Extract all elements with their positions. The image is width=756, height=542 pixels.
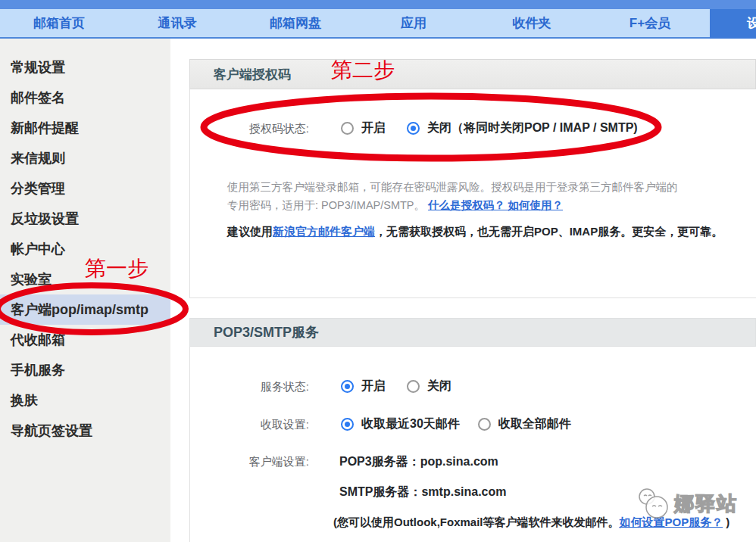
pop3-server-value: pop.sina.com: [420, 455, 498, 468]
sidebar-item-signature[interactable]: 邮件签名: [0, 83, 170, 113]
auth-desc-line1: 使用第三方客户端登录邮箱，可能存在密码泄露风险。授权码是用于登录第三方邮件客户端…: [227, 180, 678, 195]
sidebar-item-pop-imap-smtp[interactable]: 客户端pop/imap/smtp: [0, 294, 170, 325]
smtp-server-label: SMTP服务器：: [339, 485, 421, 498]
sidebar-item-general[interactable]: 常规设置: [0, 52, 170, 83]
auth-status-label: 授权码状态:: [189, 122, 309, 136]
smtp-server-value: smtp.sina.com: [421, 485, 506, 498]
service-on-radio[interactable]: [341, 380, 354, 393]
nav-tab-netdisk[interactable]: 邮箱网盘: [236, 9, 355, 37]
auth-status-options: 开启 关闭（将同时关闭POP / IMAP / SMTP): [341, 120, 638, 136]
sidebar-item-other-mailbox[interactable]: 代收邮箱: [0, 325, 170, 355]
service-off-radio[interactable]: [407, 380, 420, 393]
auth-off-label[interactable]: 关闭（将同时关闭POP / IMAP / SMTP): [427, 120, 638, 136]
fetch-setting-label: 收取设置:: [189, 418, 309, 432]
sina-official-client-link[interactable]: 新浪官方邮件客户端: [273, 225, 375, 238]
main-nav: 邮箱首页 通讯录 邮箱网盘 应用 收件夹 F+会员 设置: [0, 9, 756, 39]
sidebar-menu: 常规设置 邮件签名 新邮件提醒 来信规则 分类管理 反垃圾设置 帐户中心 实验室…: [0, 52, 170, 446]
auth-desc-line2: 专用密码，适用于: POP3/IMAP/SMTP。 什么是授权码？ 如何使用？: [227, 198, 563, 213]
how-to-set-pop-link[interactable]: 如何设置POP服务？: [620, 516, 723, 528]
pop3-smtp-section-body: [189, 347, 756, 542]
auth-suggestion-suffix: ，无需获取授权码，也无需开启POP、IMAP服务。更安全，更可靠。: [375, 225, 723, 238]
fetch-all-radio[interactable]: [478, 418, 491, 431]
auth-off-radio[interactable]: [407, 122, 420, 135]
auth-suggestion-prefix: 建议使用: [227, 225, 273, 238]
sidebar-item-category[interactable]: 分类管理: [0, 173, 170, 204]
auth-code-section-title: 客户端授权码: [189, 59, 756, 89]
smtp-server-line: SMTP服务器：smtp.sina.com: [339, 484, 506, 500]
sidebar-item-skin[interactable]: 换肤: [0, 385, 170, 416]
client-setting-label: 客户端设置:: [189, 455, 309, 469]
auth-desc-line2-text: 专用密码，适用于: POP3/IMAP/SMTP。: [227, 199, 425, 211]
nav-tab-settings-active[interactable]: 设置: [710, 9, 756, 39]
sidebar-item-lab[interactable]: 实验室: [0, 264, 170, 294]
nav-tab-contacts[interactable]: 通讯录: [118, 9, 236, 37]
settings-sidebar: 常规设置 邮件签名 新邮件提醒 来信规则 分类管理 反垃圾设置 帐户中心 实验室…: [0, 39, 170, 542]
pop3-server-label: POP3服务器：: [339, 455, 420, 468]
what-is-auth-code-link[interactable]: 什么是授权码？ 如何使用？: [428, 199, 563, 211]
pop3-server-line: POP3服务器：pop.sina.com: [339, 454, 498, 470]
auth-suggestion-line: 建议使用新浪官方邮件客户端，无需获取授权码，也无需开启POP、IMAP服务。更安…: [227, 225, 723, 239]
fetch-setting-options: 收取最近30天邮件 收取全部邮件: [341, 416, 571, 432]
auth-on-label[interactable]: 开启: [361, 120, 386, 136]
sidebar-item-antispam[interactable]: 反垃圾设置: [0, 204, 170, 234]
client-note-prefix: (您可以使用Outlook,Foxmail等客户端软件来收发邮件。: [333, 516, 620, 528]
sidebar-item-nav-tabs-setting[interactable]: 导航页签设置: [0, 416, 170, 446]
service-on-label[interactable]: 开启: [361, 378, 386, 394]
mail-settings-page: 邮箱首页 通讯录 邮箱网盘 应用 收件夹 F+会员 设置 常规设置 邮件签名 新…: [0, 0, 756, 542]
client-note-suffix: ): [723, 516, 729, 528]
fetch-all-label[interactable]: 收取全部邮件: [498, 416, 571, 432]
nav-tab-settings-label: 设置: [747, 9, 756, 37]
sidebar-item-new-mail-alert[interactable]: 新邮件提醒: [0, 113, 170, 143]
fetch-recent-radio[interactable]: [341, 418, 354, 431]
nav-tab-apps[interactable]: 应用: [355, 9, 473, 37]
service-status-label: 服务状态:: [189, 380, 309, 394]
sidebar-item-inbox-rules[interactable]: 来信规则: [0, 143, 170, 173]
sidebar-item-mobile-service[interactable]: 手机服务: [0, 355, 170, 385]
nav-tab-inbox[interactable]: 收件夹: [473, 9, 591, 37]
nav-tab-f-member[interactable]: F+会员: [591, 9, 709, 37]
pop3-smtp-section-title: POP3/SMTP服务: [189, 318, 756, 347]
auth-on-radio[interactable]: [341, 122, 354, 135]
fetch-recent-label[interactable]: 收取最近30天邮件: [361, 416, 460, 432]
browser-top-strip: [0, 0, 756, 9]
client-note-line: (您可以使用Outlook,Foxmail等客户端软件来收发邮件。如何设置POP…: [333, 516, 729, 530]
service-off-label[interactable]: 关闭: [427, 378, 451, 394]
service-status-options: 开启 关闭: [341, 378, 451, 394]
sidebar-item-account-center[interactable]: 帐户中心: [0, 234, 170, 264]
nav-tab-mail-home[interactable]: 邮箱首页: [0, 9, 118, 37]
